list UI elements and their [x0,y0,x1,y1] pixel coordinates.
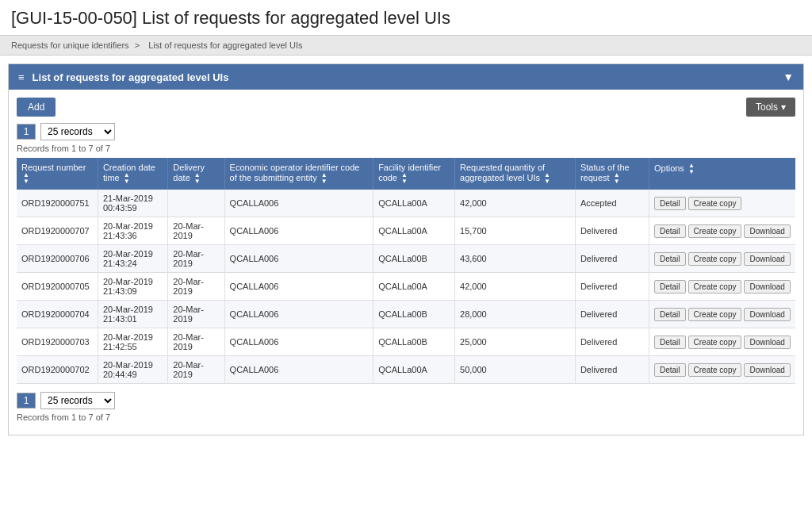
top-pagination-row: 1 25 records 50 records 100 records [17,123,795,140]
download-button[interactable]: Download [744,252,790,266]
options-cell: DetailCreate copyDownload [654,363,791,377]
create-copy-button[interactable]: Create copy [688,280,742,293]
top-records-select[interactable]: 25 records 50 records 100 records [40,123,115,140]
col-options[interactable]: Options ▲▼ [649,158,795,190]
table-row: ORD192000070320-Mar-2019 21:42:5520-Mar-… [17,328,795,356]
detail-button[interactable]: Detail [654,336,686,349]
hamburger-icon: ≡ [18,71,25,83]
options-cell: DetailCreate copy [654,197,791,210]
create-copy-button[interactable]: Create copy [688,252,742,266]
download-button[interactable]: Download [744,363,790,377]
bottom-records-info: Records from 1 to 7 of 7 [17,412,795,422]
panel-header: ≡ List of requests for aggregated level … [9,64,803,90]
collapse-icon[interactable]: ▼ [783,71,794,83]
table-row: ORD192000070620-Mar-2019 21:43:2420-Mar-… [17,245,795,273]
col-requested-quantity[interactable]: Requested quantity of aggregated level U… [455,158,576,190]
page-title: [GUI-15-00-050] List of requests for agg… [0,0,812,36]
detail-button[interactable]: Detail [654,224,686,238]
add-button[interactable]: Add [17,98,56,117]
download-button[interactable]: Download [744,336,790,349]
download-button[interactable]: Download [744,308,790,321]
table-row: ORD192000075121-Mar-2019 00:43:59QCALLA0… [17,190,795,217]
top-page-number[interactable]: 1 [17,124,36,140]
col-status[interactable]: Status of the request ▲▼ [575,158,649,190]
tools-button[interactable]: Tools ▾ [746,98,795,117]
panel-body: Add Tools ▾ 1 25 records 50 records 100 … [9,90,803,435]
download-button[interactable]: Download [744,224,790,238]
table-row: ORD192000070220-Mar-2019 20:44:4920-Mar-… [17,356,795,384]
detail-button[interactable]: Detail [654,363,686,377]
top-records-info: Records from 1 to 7 of 7 [17,144,795,153]
create-copy-button[interactable]: Create copy [688,336,742,349]
tools-arrow-icon: ▾ [781,102,786,113]
bottom-records-select[interactable]: 25 records 50 records 100 records [40,392,115,409]
breadcrumb: Requests for unique identifiers > List o… [0,36,812,56]
bottom-pagination-row: 1 25 records 50 records 100 records [17,392,795,409]
panel-header-title: ≡ List of requests for aggregated level … [18,71,228,83]
download-button[interactable]: Download [744,280,790,293]
col-economic-operator[interactable]: Economic operator identifier code of the… [224,158,373,190]
col-creation-date-time[interactable]: Creation date time ▲▼ [98,158,167,190]
detail-button[interactable]: Detail [654,197,686,210]
main-panel: ≡ List of requests for aggregated level … [8,63,804,435]
create-copy-button[interactable]: Create copy [688,363,742,377]
table-header-row: Request number ▲▼ Creation date time ▲▼ … [17,158,795,190]
tools-label: Tools [756,102,778,113]
create-copy-button[interactable]: Create copy [688,197,742,210]
detail-button[interactable]: Detail [654,280,686,293]
breadcrumb-home[interactable]: Requests for unique identifiers [11,40,129,50]
detail-button[interactable]: Detail [654,252,686,266]
options-cell: DetailCreate copyDownload [654,308,791,321]
create-copy-button[interactable]: Create copy [688,224,742,238]
requests-table: Request number ▲▼ Creation date time ▲▼ … [17,158,795,384]
panel-title: List of requests for aggregated level UI… [33,71,229,83]
table-row: ORD192000070420-Mar-2019 21:43:0120-Mar-… [17,301,795,328]
breadcrumb-separator: > [135,40,140,50]
table-row: ORD192000070520-Mar-2019 21:43:0920-Mar-… [17,273,795,301]
col-request-number[interactable]: Request number ▲▼ [17,158,98,190]
options-cell: DetailCreate copyDownload [654,280,791,293]
col-facility-code[interactable]: Facility identifier code ▲▼ [373,158,455,190]
options-cell: DetailCreate copyDownload [654,224,791,238]
options-cell: DetailCreate copyDownload [654,336,791,349]
toolbar: Add Tools ▾ [17,98,795,117]
bottom-page-number[interactable]: 1 [17,393,36,409]
col-delivery-date[interactable]: Delivery date ▲▼ [168,158,224,190]
detail-button[interactable]: Detail [654,308,686,321]
create-copy-button[interactable]: Create copy [688,308,742,321]
table-row: ORD192000070720-Mar-2019 21:43:3620-Mar-… [17,217,795,245]
breadcrumb-current: List of requests for aggregated level UI… [148,40,302,50]
options-cell: DetailCreate copyDownload [654,252,791,266]
